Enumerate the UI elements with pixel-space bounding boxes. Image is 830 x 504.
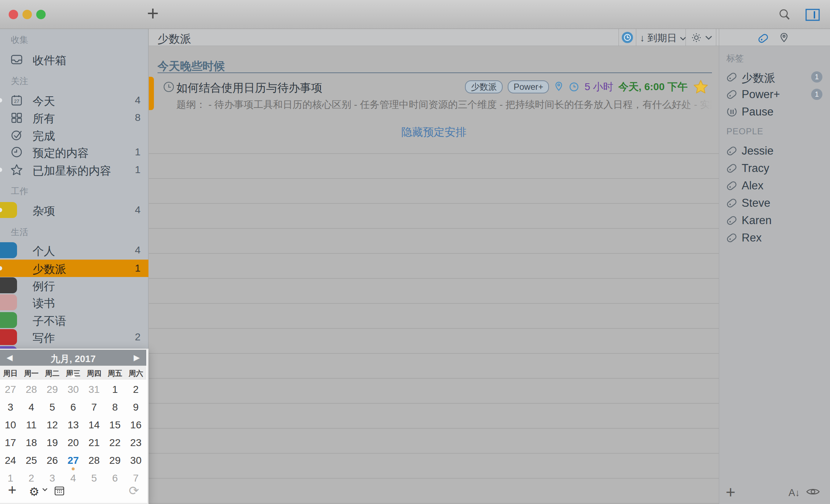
- calendar-day[interactable]: 12: [42, 416, 63, 434]
- star-icon[interactable]: [693, 79, 709, 94]
- tag-row-person[interactable]: Karen: [719, 212, 830, 229]
- calendar-view-icon[interactable]: [54, 485, 65, 496]
- calendar-day[interactable]: 6: [63, 399, 84, 416]
- sidebar-item-label: 子不语: [33, 314, 66, 329]
- tag-icon: [726, 163, 738, 173]
- calendar-day[interactable]: 23: [125, 434, 146, 452]
- calendar-day[interactable]: 18: [21, 434, 42, 452]
- calendar-day[interactable]: 31: [84, 381, 105, 399]
- eye-icon[interactable]: [806, 487, 820, 497]
- sort-dropdown[interactable]: ↓ 到期日: [640, 32, 686, 45]
- calendar-add-button[interactable]: +: [8, 482, 16, 498]
- calendar-day[interactable]: 3: [0, 399, 21, 416]
- hide-scheduled-link[interactable]: 隐藏预定安排: [149, 125, 719, 140]
- tag-row-pause[interactable]: Pause: [719, 103, 830, 121]
- header-divider: [636, 29, 636, 46]
- calendar-day[interactable]: 2: [125, 381, 146, 399]
- chevron-down-icon[interactable]: [42, 488, 48, 492]
- calendar-day[interactable]: 28: [84, 452, 105, 470]
- task-tag-pill[interactable]: Power+: [508, 80, 549, 93]
- scheduled-filter-badge[interactable]: [622, 32, 633, 43]
- toggle-right-panel-icon[interactable]: [805, 8, 821, 22]
- calendar-next-icon[interactable]: ▶: [134, 353, 140, 362]
- calendar-day[interactable]: 15: [105, 416, 126, 434]
- calendar-day[interactable]: 25: [21, 452, 42, 470]
- header-divider: [716, 29, 716, 46]
- tag-row-powerplus[interactable]: Power+ 1: [719, 86, 830, 103]
- sidebar-item-label: 收件箱: [33, 53, 66, 68]
- sidebar-item-label: 少数派: [33, 262, 66, 277]
- calendar-day[interactable]: 30: [63, 381, 84, 399]
- add-tag-button[interactable]: +: [726, 482, 735, 502]
- svg-text:27: 27: [14, 98, 19, 104]
- sidebar-project-personal[interactable]: 个人 4: [0, 242, 148, 259]
- search-icon[interactable]: [778, 8, 792, 22]
- calendar-day[interactable]: 13: [63, 416, 84, 434]
- calendar-day[interactable]: 27: [0, 381, 21, 399]
- refresh-icon[interactable]: ⟳: [129, 483, 139, 498]
- main-header: 少数派 ↓ 到期日: [149, 29, 830, 46]
- minimize-window-icon[interactable]: [22, 10, 32, 19]
- calendar-day[interactable]: 8: [105, 399, 126, 416]
- sidebar-project-misc[interactable]: 杂项 4: [0, 201, 148, 219]
- calendar-day[interactable]: 27: [63, 452, 84, 470]
- calendar-toolbar: + ⚙ ⟳: [0, 482, 146, 501]
- sidebar-project-writing[interactable]: 写作 2: [0, 328, 148, 346]
- calendar-day[interactable]: 9: [125, 399, 146, 416]
- tag-row-person[interactable]: Rex: [719, 229, 830, 247]
- calendar-day[interactable]: 20: [63, 434, 84, 452]
- calendar-day[interactable]: 19: [42, 434, 63, 452]
- calendar-day[interactable]: 14: [84, 416, 105, 434]
- view-options-button[interactable]: [689, 31, 714, 45]
- sidebar-project-zibuyu[interactable]: 子不语: [0, 311, 148, 329]
- calendar-day[interactable]: 11: [21, 416, 42, 434]
- calendar-day[interactable]: 10: [0, 416, 21, 434]
- sidebar-item-logbook[interactable]: 完成: [0, 126, 148, 144]
- sidebar-section-life: 生活: [11, 226, 28, 239]
- project-color-tab: [0, 312, 17, 328]
- tag-row-person[interactable]: Steve: [719, 194, 830, 212]
- calendar-day[interactable]: 26: [42, 452, 63, 470]
- tag-row-person[interactable]: Alex: [719, 177, 830, 194]
- sidebar-project-reading[interactable]: 读书: [0, 294, 148, 311]
- task-tag-pill[interactable]: 少数派: [465, 80, 503, 93]
- edge-dot: [0, 98, 2, 102]
- calendar-day[interactable]: 24: [0, 452, 21, 470]
- calendar-day[interactable]: 16: [125, 416, 146, 434]
- new-todo-button[interactable]: +: [142, 3, 164, 25]
- calendar-day[interactable]: 28: [21, 381, 42, 399]
- sidebar-item-count: 8: [135, 112, 141, 123]
- tag-row-person[interactable]: Jessie: [719, 142, 830, 160]
- sidebar-project-routine[interactable]: 例行: [0, 277, 148, 294]
- sidebar-item-starred[interactable]: 已加星标的内容 1: [0, 161, 148, 178]
- task-row[interactable]: 如何结合使用日历与待办事项 少数派 Power+ 5 小时 今天, 6:00 下…: [149, 76, 719, 111]
- calendar-day[interactable]: 17: [0, 434, 21, 452]
- note-fade: [675, 96, 719, 109]
- location-filter-icon[interactable]: [779, 32, 789, 44]
- sidebar-project-sspai[interactable]: 少数派 1: [0, 260, 148, 277]
- sort-alpha-icon[interactable]: A↓: [788, 487, 800, 499]
- calendar-day[interactable]: 22: [105, 434, 126, 452]
- titlebar: +: [0, 0, 830, 29]
- calendar-day[interactable]: 1: [105, 381, 126, 399]
- close-window-icon[interactable]: [9, 10, 18, 19]
- zoom-window-icon[interactable]: [36, 10, 46, 19]
- project-color-tab: [0, 294, 17, 310]
- project-color-tab: [0, 242, 17, 258]
- calendar-day[interactable]: 29: [105, 452, 126, 470]
- calendar-day[interactable]: 5: [42, 399, 63, 416]
- calendar-day[interactable]: 30: [125, 452, 146, 470]
- calendar-day[interactable]: 4: [21, 399, 42, 416]
- sidebar-item-scheduled[interactable]: 预定的内容 1: [0, 143, 148, 161]
- sidebar-item-all[interactable]: 所有 8: [0, 109, 148, 126]
- calendar-day[interactable]: 29: [42, 381, 63, 399]
- gear-icon[interactable]: ⚙: [29, 485, 39, 499]
- sidebar-item-inbox[interactable]: 收件箱: [0, 51, 148, 68]
- header-divider: [686, 29, 686, 46]
- tag-row-person[interactable]: Tracy: [719, 160, 830, 177]
- sidebar-item-today[interactable]: 27 今天 4: [0, 92, 148, 109]
- calendar-day[interactable]: 7: [84, 399, 105, 416]
- calendar-day[interactable]: 21: [84, 434, 105, 452]
- tag-filter-icon-active[interactable]: [757, 33, 770, 43]
- tag-row-sspai[interactable]: 少数派 1: [719, 68, 830, 86]
